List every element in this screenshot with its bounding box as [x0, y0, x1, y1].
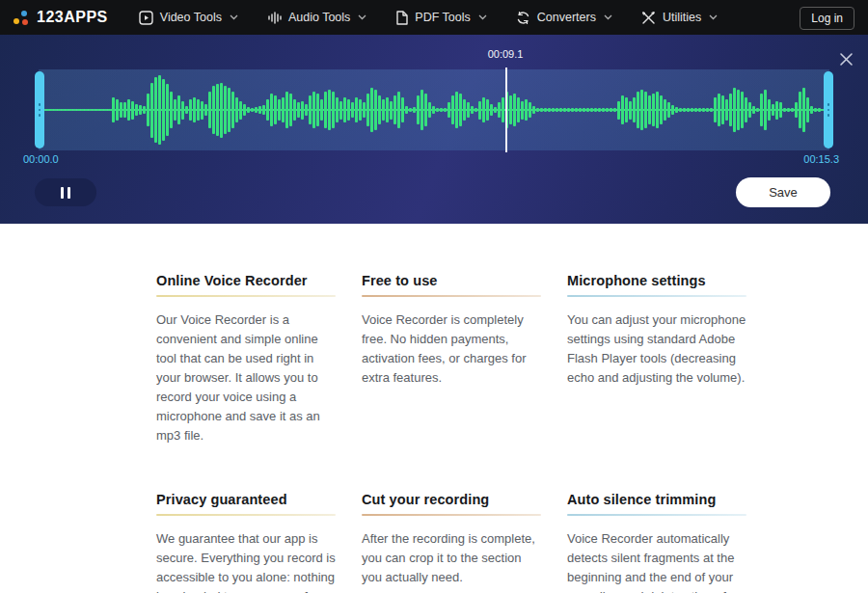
trim-handle-left[interactable] [35, 71, 44, 148]
waveform-bar [228, 88, 231, 132]
accent-rule [362, 295, 541, 297]
nav-item-audio-tools[interactable]: Audio Tools [267, 11, 366, 25]
waveform-bar [123, 102, 126, 119]
waveform-bar [459, 94, 462, 126]
waveform[interactable] [39, 69, 829, 150]
waveform-bar [189, 99, 192, 121]
nav-item-pdf-tools[interactable]: PDF Tools [395, 11, 486, 25]
waveform-bar [397, 92, 400, 128]
waveform-bar [633, 97, 636, 123]
nav-item-utilities[interactable]: Utilities [641, 11, 718, 25]
waveform-bar [355, 97, 358, 123]
pause-icon [68, 187, 70, 199]
waveform-bar [243, 104, 246, 115]
waveform-bar [748, 102, 751, 117]
waveform-bar [343, 97, 346, 123]
waveform-bar [725, 99, 728, 121]
waveform-bar [795, 102, 798, 117]
waveform-bar [509, 95, 512, 124]
waveform-bar [552, 108, 555, 111]
waveform-bar [108, 109, 111, 111]
nav-item-label: Audio Tools [288, 11, 350, 24]
pause-button[interactable] [35, 178, 96, 206]
waveform-bar [81, 109, 84, 111]
waveform-bar [166, 84, 169, 135]
waveform-bar [339, 101, 342, 120]
tools-icon [641, 11, 656, 25]
waveform-bar [274, 95, 277, 124]
nav-item-video-tools[interactable]: Video Tools [139, 11, 238, 25]
waveform-bar [428, 102, 431, 117]
waveform-bar [316, 94, 319, 126]
waveform-bar [370, 88, 373, 132]
waveform-bar [498, 102, 501, 117]
waveform-bar [478, 101, 481, 120]
waveform-bar [104, 109, 107, 111]
waveform-bar [347, 99, 350, 121]
waveform-bar [652, 94, 655, 126]
waveform-bar [721, 95, 724, 124]
waveform-bar [540, 108, 543, 111]
waveform-bar [571, 108, 574, 111]
waveform-bar [525, 99, 528, 121]
waveform-bar [752, 106, 755, 114]
trim-handle-right[interactable] [824, 71, 833, 148]
save-button[interactable]: Save [736, 177, 830, 207]
waveform-bar [710, 108, 713, 111]
waveform-bar [482, 97, 485, 123]
features-section: Online Voice Recorder Our Voice Recorder… [0, 224, 868, 593]
feature-microphone-settings: Microphone settings You can adjust your … [567, 273, 746, 445]
waveform-bar [154, 77, 157, 143]
waveform-bar [440, 108, 443, 112]
waveform-bar [255, 107, 258, 113]
nav-item-converters[interactable]: Converters [516, 11, 612, 25]
waveform-bar [432, 106, 435, 114]
waveform-bar [293, 99, 296, 121]
equalizer-icon [267, 11, 282, 25]
waveform-bar [46, 109, 49, 111]
waveform-bar [787, 108, 790, 111]
playhead[interactable] [505, 67, 507, 152]
waveform-bar [170, 92, 173, 128]
waveform-bar [289, 94, 292, 126]
waveform-bar [131, 101, 134, 120]
waveform-bar [667, 102, 670, 117]
waveform-bar [513, 94, 516, 126]
waveform-bar [120, 102, 122, 117]
feature-title: Auto silence trimming [567, 492, 746, 507]
waveform-bar [359, 99, 362, 121]
waveform-bar [251, 108, 254, 113]
waveform-bar [204, 104, 207, 115]
logo[interactable]: 123APPS [14, 9, 108, 26]
waveform-bar [378, 95, 381, 124]
waveform-bar [594, 108, 597, 111]
waveform-bar [810, 106, 813, 114]
waveform-bar [116, 99, 119, 121]
waveform-bar [258, 106, 261, 114]
end-time-label: 00:15.3 [803, 153, 839, 165]
waveform-bar [444, 108, 447, 112]
close-icon[interactable] [835, 48, 856, 69]
waveform-bar [69, 109, 72, 111]
waveform-bar [764, 90, 767, 130]
waveform-bar [679, 108, 682, 111]
waveform-bar [235, 97, 238, 123]
waveform-bar [363, 102, 366, 117]
waveform-bar [139, 105, 142, 114]
login-button[interactable]: Log in [800, 7, 854, 30]
accent-rule [156, 295, 336, 297]
waveform-bar [201, 101, 203, 120]
waveform-bar [50, 109, 53, 111]
waveform-bar [66, 109, 68, 111]
nav-item-label: Converters [537, 11, 596, 24]
features-grid: Online Voice Recorder Our Voice Recorder… [156, 273, 746, 593]
waveform-bar [247, 107, 250, 113]
feature-title: Free to use [362, 273, 541, 288]
waveform-bar [629, 101, 632, 120]
waveform-bar [625, 97, 628, 123]
waveform-bar [733, 88, 736, 132]
waveform-bar [328, 90, 331, 130]
feature-free-to-use: Free to use Voice Recorder is completely… [362, 273, 541, 445]
waveform-bar [54, 109, 57, 111]
waveform-bar [336, 97, 339, 123]
